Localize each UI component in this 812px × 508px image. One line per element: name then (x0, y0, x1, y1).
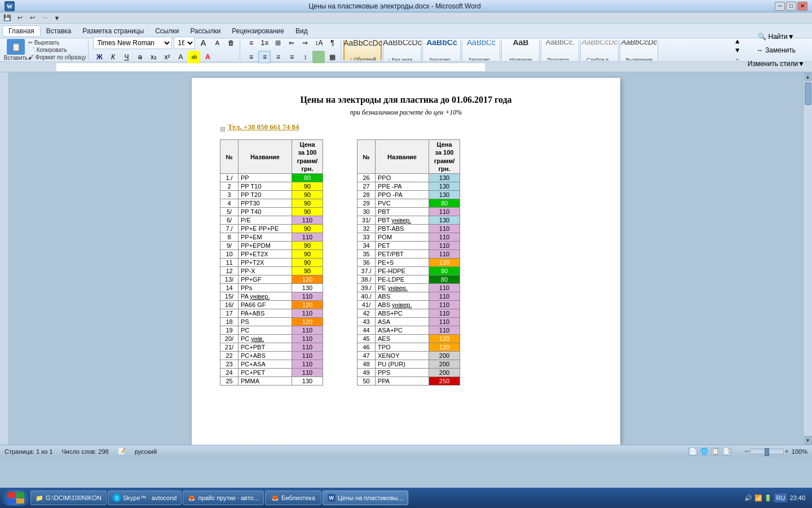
find-btn[interactable]: 🔍 Найти▼ (745, 30, 807, 43)
align-right-btn[interactable]: ≡ (272, 51, 284, 63)
table-row: 21/PC+PBT110 (220, 343, 323, 352)
menu-home[interactable]: Главная (2, 25, 41, 37)
zoom-slider[interactable] (750, 449, 784, 454)
text-highlight-btn[interactable]: ab (188, 51, 200, 63)
style-heading1-btn[interactable]: AaBbCc Заголово... (422, 40, 461, 60)
text-effects-btn[interactable]: A (174, 51, 187, 63)
menu-insert[interactable]: Вставка (41, 26, 77, 36)
status-bar: Страница: 1 из 1 Число слов: 298 📝 русск… (0, 445, 812, 457)
scroll-thumb[interactable] (805, 82, 811, 105)
underline-button[interactable]: Ч (120, 51, 133, 63)
menu-view[interactable]: Вид (290, 26, 314, 36)
view-print-btn[interactable]: 📄 (689, 448, 698, 456)
paragraph-group: ≡ 1≡ ⊞ ⇐ ⇒ ↕A ¶ ≡ ≡ ≡ ≡ ↕ ▦ (242, 40, 341, 60)
styles-more-btn[interactable]: ⬦ (731, 55, 740, 60)
style-title-btn[interactable]: AaB Название (501, 40, 540, 60)
redo-btn[interactable]: ↪ (39, 14, 50, 23)
format-painter-button[interactable]: 🖌 Формат по образцу (28, 54, 86, 60)
start-button[interactable] (2, 490, 29, 506)
taskbar-item-skype[interactable]: S Skype™ · avtocond (108, 491, 182, 505)
menu-mailings[interactable]: Рассылки (184, 26, 226, 36)
table-row: 2PP T1090 (220, 182, 323, 191)
table-row: 14PPs130 (220, 284, 323, 292)
style-normal-btn[interactable]: AaBbCcDc ↑ Обычный (343, 40, 382, 60)
shading-btn[interactable] (312, 51, 325, 63)
table-row: 16/PA66 GF120 (220, 301, 323, 309)
style-subtitle-btn[interactable]: AaBbCc. Подзагол... (541, 40, 579, 60)
table-row: 4PPT3090 (220, 199, 323, 208)
strikethrough-btn[interactable]: а (134, 51, 146, 63)
taskbar-item-folder[interactable]: 📁 G:\DCIM\100NIKON (30, 491, 107, 505)
italic-button[interactable]: К (107, 51, 119, 63)
table-row: 43ASA110 (358, 318, 460, 326)
window-title: Цены на пластиковые электроды.docx - Mic… (15, 2, 775, 10)
zoom-minus-btn[interactable]: ─ (745, 448, 749, 454)
vertical-scrollbar[interactable]: ▲ ▼ (803, 72, 812, 445)
undo-btn[interactable]: ↩ (15, 14, 25, 23)
numbering-btn[interactable]: 1≡ (258, 37, 271, 49)
view-web-btn[interactable]: 🌐 (700, 448, 709, 456)
scroll-down-arrow[interactable]: ▼ (804, 436, 812, 445)
styles-scroll-down-btn[interactable]: ▼ (731, 46, 740, 54)
save-quick-btn[interactable]: 💾 (2, 14, 12, 23)
table-row: 47XENOY200 (358, 352, 460, 360)
font-shrink-btn[interactable]: A (211, 37, 223, 49)
table-row: 32PBT-ABS110 (358, 225, 460, 233)
zoom-level: 100% (789, 448, 807, 455)
font-size-select[interactable]: 16 (174, 37, 195, 49)
firefox-icon1: 🦊 (188, 494, 196, 502)
table-row: 25PMMA130 (220, 377, 323, 386)
sort-btn[interactable]: ↕A (312, 37, 325, 49)
menu-references[interactable]: Ссылки (149, 26, 184, 36)
taskbar-skype-label: Skype™ · avtocond (123, 494, 176, 501)
cut-button[interactable]: ✂ Вырезать (28, 40, 86, 46)
multilevel-btn[interactable]: ⊞ (272, 37, 284, 49)
justify-btn[interactable]: ≡ (285, 51, 298, 63)
scroll-up-arrow[interactable]: ▲ (804, 72, 812, 81)
minimize-button[interactable]: ─ (775, 2, 785, 11)
copy-button[interactable]: 📄 Копировать (28, 47, 86, 53)
taskbar-item-browser2[interactable]: 🦊 Библиотека (265, 491, 321, 505)
line-spacing-btn[interactable]: ↕ (299, 51, 311, 63)
style-no-spacing-btn[interactable]: AaBbCcDc ↑ Без инте... (383, 40, 421, 60)
table-row: 30PBT110 (358, 208, 460, 216)
taskbar-item-word[interactable]: W Цены на пластиковы... (323, 491, 408, 505)
clear-format-btn[interactable]: 🗑 (225, 37, 237, 49)
align-center-btn[interactable]: ≡ (258, 51, 271, 63)
menu-page-layout[interactable]: Разметка страницы (77, 26, 149, 36)
decrease-indent-btn[interactable]: ⇐ (285, 37, 298, 49)
superscript-btn[interactable]: x² (161, 51, 173, 63)
font-color-btn[interactable]: A (201, 51, 214, 63)
maximize-button[interactable]: □ (786, 2, 796, 11)
word-icon: W (328, 494, 336, 502)
zoom-plus-btn[interactable]: + (785, 448, 788, 454)
close-button[interactable]: ✕ (797, 2, 807, 11)
replace-btn[interactable]: ↔ Заменить (745, 44, 807, 56)
table-row: 37./PE-HDPE80 (358, 267, 460, 275)
styles-scroll-up-btn[interactable]: ▲ (731, 40, 740, 45)
style-heading2-btn[interactable]: AaBbCc Заголово... (462, 40, 500, 60)
table-row: 42ABS+PC110 (358, 309, 460, 318)
show-marks-btn[interactable]: ¶ (326, 37, 338, 49)
view-outline-btn[interactable]: 📋 (711, 448, 720, 456)
undo2-btn[interactable]: ↩ (27, 14, 37, 23)
table-row: 48PU (PUR)200 (358, 360, 460, 369)
select-btn[interactable]: Изменить стили▼ (745, 58, 807, 70)
menu-review[interactable]: Рецензирование (226, 26, 290, 36)
taskbar-item-browser1[interactable]: 🦊 прайс прутки · авто... (183, 491, 263, 505)
bold-button[interactable]: Ж (93, 51, 105, 63)
view-draft-btn[interactable]: 📑 (722, 448, 731, 456)
table-row: 38./PE-LDPE80 (358, 275, 460, 284)
font-grow-btn[interactable]: A (197, 37, 209, 49)
subscript-btn[interactable]: x₂ (147, 51, 160, 63)
customize-quick-btn[interactable]: ▼ (52, 14, 62, 23)
borders-btn[interactable]: ▦ (326, 51, 338, 63)
align-left-btn[interactable]: ≡ (245, 51, 257, 63)
font-name-select[interactable]: Times New Roman (93, 37, 172, 49)
table-row: 39./PE універ.110 (358, 284, 460, 292)
bullets-btn[interactable]: ≡ (245, 37, 257, 49)
increase-indent-btn[interactable]: ⇒ (299, 37, 311, 49)
paste-button[interactable]: 📋 Вставить (5, 39, 27, 61)
style-subtle-emph-btn[interactable]: AaBbCcDc Слабое в... (580, 40, 619, 60)
style-emphasis-btn[interactable]: AaBbCcDc Выделение (620, 40, 658, 60)
